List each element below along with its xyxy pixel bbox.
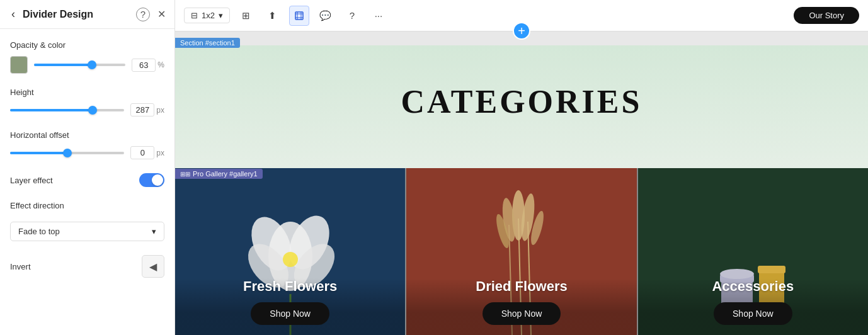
opacity-slider-thumb[interactable]: [88, 60, 96, 69]
opacity-slider-track[interactable]: [34, 64, 125, 66]
comment-icon: 💬: [319, 10, 331, 21]
gallery-badge-label: Pro Gallery #gallery1: [193, 170, 258, 178]
accessories-shop-button[interactable]: Shop Now: [714, 302, 792, 325]
height-section: Height px: [10, 88, 164, 116]
horizontal-offset-unit: px: [156, 149, 164, 157]
height-input[interactable]: [130, 103, 154, 116]
layout-select[interactable]: ⊟ 1x2 ▾: [184, 8, 230, 23]
horizontal-offset-section: Horizontal offset px: [10, 130, 164, 159]
story-badge[interactable]: Our Story: [794, 7, 859, 24]
opacity-color-label: Opacity & color: [10, 40, 164, 50]
accessories-card-title: Accessories: [712, 278, 794, 295]
invert-icon: ◀: [149, 261, 157, 273]
invert-row: Invert ◀: [10, 255, 164, 278]
opacity-unit: %: [157, 60, 164, 69]
arrange-button[interactable]: ⬆: [263, 6, 283, 26]
more-options-button[interactable]: ···: [368, 6, 389, 26]
story-label: Our Story: [809, 11, 844, 20]
back-button[interactable]: ‹: [9, 6, 18, 22]
more-icon: ···: [375, 10, 383, 21]
panel-header: ‹ Divider Design ? ✕: [0, 0, 174, 29]
plus-icon: +: [518, 24, 525, 38]
invert-section: Invert ◀: [10, 255, 164, 278]
left-panel: ‹ Divider Design ? ✕ Opacity & color %: [0, 0, 175, 335]
effect-direction-section: Effect direction Fade to top ▾: [10, 201, 164, 241]
horizontal-offset-label: Horizontal offset: [10, 130, 164, 140]
canvas-content: Section #section1 ⊞⊞ Pro Gallery #galler…: [175, 31, 868, 335]
effect-direction-value: Fade to top: [18, 227, 60, 236]
gallery-card-accessories: Accessories Shop Now: [637, 168, 868, 335]
comment-button[interactable]: 💬: [316, 6, 336, 26]
height-slider-fill: [10, 109, 93, 111]
horizontal-offset-value-wrap: px: [130, 146, 164, 159]
fresh-card-title: Fresh Flowers: [243, 278, 337, 295]
layer-effect-label: Layer effect: [10, 176, 53, 185]
fresh-shop-button[interactable]: Shop Now: [251, 302, 329, 325]
horizontal-offset-input[interactable]: [130, 146, 154, 159]
panel-help-button[interactable]: ?: [136, 8, 150, 21]
invert-button[interactable]: ◀: [142, 255, 164, 278]
opacity-slider-fill: [34, 64, 92, 66]
toggle-switch-inner: [152, 174, 163, 186]
gallery-grid-icon: ⊞⊞: [180, 171, 190, 178]
horizontal-offset-slider-track[interactable]: [10, 152, 124, 154]
opacity-color-row: %: [10, 56, 164, 74]
height-slider-thumb[interactable]: [88, 106, 97, 115]
gallery-card-dried: Dried Flowers Shop Now: [405, 168, 636, 335]
help-button[interactable]: ?: [342, 6, 362, 26]
color-swatch[interactable]: [10, 56, 28, 74]
section-badge[interactable]: Section #section1: [175, 38, 240, 48]
dried-shop-button[interactable]: Shop Now: [483, 302, 561, 325]
arrange-icon: ⬆: [268, 10, 277, 21]
gallery-card-fresh: Fresh Flowers Shop Now: [175, 168, 405, 335]
layout-label: 1x2: [202, 11, 215, 20]
categories-title: CATEGORIES: [401, 83, 642, 120]
horizontal-offset-slider-fill: [10, 152, 67, 154]
panel-close-button[interactable]: ✕: [157, 8, 166, 20]
accessories-card-overlay: Accessories Shop Now: [638, 278, 868, 335]
height-value-wrap: px: [130, 103, 164, 116]
svg-point-21: [720, 269, 754, 279]
height-slider-wrap: [10, 105, 124, 116]
chevron-down-icon: ▾: [152, 227, 156, 236]
horizontal-offset-slider-thumb[interactable]: [63, 149, 72, 157]
panel-body: Opacity & color % Height: [0, 29, 174, 289]
svg-point-6: [283, 252, 298, 267]
effect-direction-label: Effect direction: [10, 201, 164, 210]
add-plus-button[interactable]: +: [513, 22, 530, 40]
horizontal-offset-row: px: [10, 146, 164, 159]
gallery-row: Fresh Flowers Shop Now: [175, 168, 868, 335]
horizontal-offset-slider-wrap: [10, 147, 124, 159]
svg-rect-18: [758, 266, 785, 273]
dried-card-overlay: Dried Flowers Shop Now: [406, 278, 636, 335]
section-badge-label: Section #section1: [180, 39, 235, 47]
height-slider-track[interactable]: [10, 109, 124, 111]
height-unit: px: [156, 106, 164, 115]
opacity-input[interactable]: [132, 59, 156, 72]
top-toolbar: ⊟ 1x2 ▾ ⊞ ⬆ 💬 ? ··· Our Story: [175, 0, 868, 31]
layer-effect-section: Layer effect: [10, 173, 164, 187]
effect-direction-dropdown[interactable]: Fade to top ▾: [10, 222, 164, 241]
height-label: Height: [10, 88, 164, 97]
invert-label: Invert: [10, 262, 31, 271]
opacity-slider-wrap: [34, 59, 125, 71]
crop-icon: [294, 11, 304, 21]
layer-effect-toggle[interactable]: [139, 173, 164, 187]
opacity-color-section: Opacity & color %: [10, 40, 164, 74]
panel-title: Divider Design: [23, 9, 131, 20]
crop-button[interactable]: [289, 6, 309, 26]
dried-card-title: Dried Flowers: [476, 278, 567, 295]
help-icon: ?: [350, 10, 355, 21]
gallery-badge[interactable]: ⊞⊞ Pro Gallery #gallery1: [175, 169, 263, 179]
canvas-area: ⊟ 1x2 ▾ ⊞ ⬆ 💬 ? ··· Our Story: [175, 0, 868, 335]
layer-effect-row: Layer effect: [10, 173, 164, 187]
add-icon: ⊞: [242, 10, 250, 21]
layout-chevron-icon: ▾: [219, 11, 223, 20]
fresh-card-overlay: Fresh Flowers Shop Now: [175, 278, 405, 335]
add-layout-button[interactable]: ⊞: [236, 6, 256, 26]
opacity-value-wrap: %: [132, 59, 164, 72]
layout-grid-icon: ⊟: [191, 11, 198, 20]
height-row: px: [10, 103, 164, 116]
svg-rect-0: [295, 12, 303, 20]
